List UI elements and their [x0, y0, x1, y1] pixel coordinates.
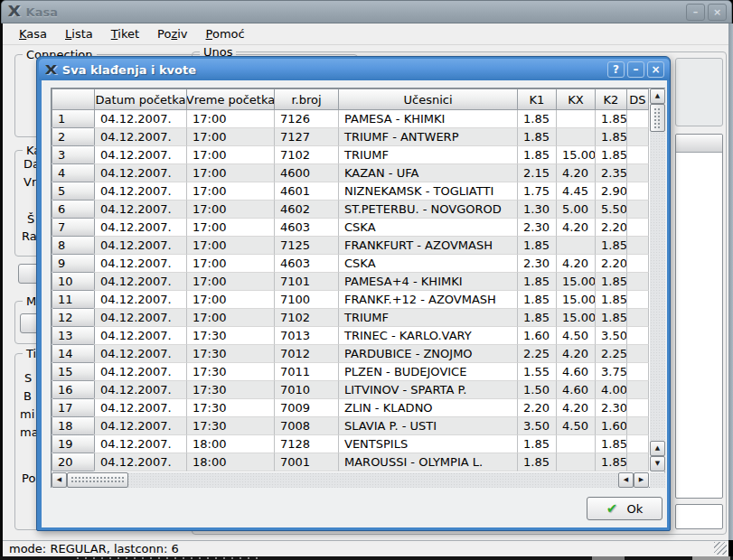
table-cell[interactable]: 1.85	[596, 453, 627, 471]
table-cell[interactable]: 04.12.2007.	[95, 128, 187, 146]
row-number-cell[interactable]: 9	[52, 255, 95, 273]
vertical-scrollbar-thumb[interactable]	[650, 104, 665, 132]
table-cell[interactable]: 4.20	[557, 164, 596, 182]
table-cell[interactable]: PLZEN - BUDEJOVICE	[339, 363, 518, 381]
table-cell[interactable]: 4600	[275, 164, 339, 182]
table-cell[interactable]: 1.85	[596, 435, 627, 453]
table-row[interactable]: 804.12.2007.17:007125FRANKFURT - AZOVMAS…	[52, 237, 649, 255]
table-cell[interactable]: 1.85	[596, 273, 627, 291]
table-cell[interactable]: 2.35	[596, 164, 627, 182]
table-cell[interactable]: 04.12.2007.	[95, 453, 187, 471]
table-cell[interactable]	[627, 345, 649, 363]
table-cell[interactable]: 3.50	[596, 327, 627, 345]
table-cell[interactable]: 1.85	[596, 146, 627, 164]
table-cell[interactable]: 4.50	[557, 417, 596, 435]
table-cell[interactable]: 1.85	[518, 237, 557, 255]
table-cell[interactable]: FRANKFURT - AZOVMASH	[339, 237, 518, 255]
table-cell[interactable]: 18:00	[187, 435, 275, 453]
table-row[interactable]: 2004.12.2007.18:007001MAROUSSI - OLYMPIA…	[52, 453, 649, 471]
table-cell[interactable]: TRIUMF	[339, 146, 518, 164]
table-cell[interactable]: 17:00	[187, 237, 275, 255]
table-cell[interactable]: 15.00	[557, 291, 596, 309]
table-row[interactable]: 404.12.2007.17:004600KAZAN - UFA2.154.20…	[52, 164, 649, 182]
table-cell[interactable]: 7127	[275, 128, 339, 146]
table-cell[interactable]: 7012	[275, 345, 339, 363]
table-cell[interactable]: 7013	[275, 327, 339, 345]
table-cell[interactable]	[627, 453, 649, 471]
table-cell[interactable]: 17:00	[187, 128, 275, 146]
row-number-cell[interactable]: 6	[52, 201, 95, 219]
table-cell[interactable]: 1.85	[596, 237, 627, 255]
table-cell[interactable]	[557, 110, 596, 128]
table-cell[interactable]	[627, 363, 649, 381]
table-cell[interactable]: 4.20	[557, 255, 596, 273]
table-cell[interactable]: 7001	[275, 453, 339, 471]
table-cell[interactable]: 4603	[275, 255, 339, 273]
row-number-cell[interactable]: 14	[52, 345, 95, 363]
table-cell[interactable]: TRINEC - KARLO.VARY	[339, 327, 518, 345]
table-cell[interactable]: 04.12.2007.	[95, 219, 187, 237]
table-cell[interactable]: 17:00	[187, 146, 275, 164]
table-cell[interactable]	[627, 182, 649, 201]
row-number-cell[interactable]: 2	[52, 128, 95, 146]
table-cell[interactable]: 17:30	[187, 417, 275, 435]
table-row[interactable]: 1704.12.2007.17:307009ZLIN - KLADNO2.204…	[52, 399, 649, 417]
table-cell[interactable]: PARDUBICE - ZNOJMO	[339, 345, 518, 363]
table-cell[interactable]	[627, 291, 649, 309]
table-cell[interactable]: 7102	[275, 309, 339, 327]
column-header-KX[interactable]: KX	[557, 89, 596, 110]
table-cell[interactable]: 1.85	[518, 273, 557, 291]
table-cell[interactable]: 2.25	[518, 345, 557, 363]
row-number-cell[interactable]: 12	[52, 309, 95, 327]
help-button[interactable]: ?	[607, 61, 625, 78]
table-cell[interactable]: 17:00	[187, 273, 275, 291]
table-cell[interactable]: 04.12.2007.	[95, 417, 187, 435]
table-cell[interactable]: 17:30	[187, 363, 275, 381]
table-cell[interactable]: 2.20	[596, 219, 627, 237]
background-input[interactable]	[675, 504, 723, 529]
table-cell[interactable]: 4.50	[557, 327, 596, 345]
table-row[interactable]: 1904.12.2007.18:007128VENTSPILS1.851.85	[52, 435, 649, 453]
column-header-Vreme početka[interactable]: Vreme početka	[187, 89, 275, 110]
close-button[interactable]: ×	[708, 4, 727, 21]
table-cell[interactable]: 17:30	[187, 399, 275, 417]
table-cell[interactable]: NIZNEKAMSK - TOGLIATTI	[339, 182, 518, 201]
row-number-cell[interactable]: 19	[52, 435, 95, 453]
table-cell[interactable]: 04.12.2007.	[95, 201, 187, 219]
table-cell[interactable]: 17:00	[187, 110, 275, 128]
table-cell[interactable]: 04.12.2007.	[95, 273, 187, 291]
table-cell[interactable]: 4.20	[557, 345, 596, 363]
table-cell[interactable]: 2.25	[596, 345, 627, 363]
column-header-K1[interactable]: K1	[518, 89, 557, 110]
table-cell[interactable]	[627, 327, 649, 345]
scroll-left-button-2[interactable]: ◀	[618, 472, 634, 488]
table-cell[interactable]	[557, 237, 596, 255]
table-cell[interactable]: 2.90	[596, 182, 627, 201]
table-cell[interactable]: 4602	[275, 201, 339, 219]
row-number-cell[interactable]: 17	[52, 399, 95, 417]
table-cell[interactable]	[557, 453, 596, 471]
table-cell[interactable]: TRIUMF	[339, 309, 518, 327]
row-number-cell[interactable]: 7	[52, 219, 95, 237]
table-cell[interactable]	[627, 110, 649, 128]
table-cell[interactable]: 04.12.2007.	[95, 363, 187, 381]
horizontal-scrollbar[interactable]: ◀ ◀ ▶	[52, 472, 649, 488]
column-header-rownum[interactable]	[52, 89, 95, 110]
dialog-minimize-button[interactable]: –	[627, 61, 644, 78]
table-cell[interactable]: 17:00	[187, 291, 275, 309]
table-cell[interactable]: 2.15	[518, 164, 557, 182]
row-number-cell[interactable]: 20	[52, 453, 95, 471]
table-cell[interactable]: 1.85	[518, 146, 557, 164]
table-cell[interactable]	[627, 219, 649, 237]
dialog-titlebar[interactable]: X Sva klađenja i kvote ? – ×	[39, 59, 670, 80]
table-cell[interactable]: SLAVIA P. - USTI	[339, 417, 518, 435]
table-cell[interactable]: 04.12.2007.	[95, 399, 187, 417]
row-number-cell[interactable]: 3	[52, 146, 95, 164]
table-cell[interactable]: 5.00	[557, 201, 596, 219]
table-cell[interactable]: 1.85	[518, 128, 557, 146]
table-cell[interactable]: 7128	[275, 435, 339, 453]
table-cell[interactable]	[627, 309, 649, 327]
table-cell[interactable]	[627, 381, 649, 399]
table-row[interactable]: 1504.12.2007.17:307011PLZEN - BUDEJOVICE…	[52, 363, 649, 381]
table-cell[interactable]: 4.60	[557, 363, 596, 381]
